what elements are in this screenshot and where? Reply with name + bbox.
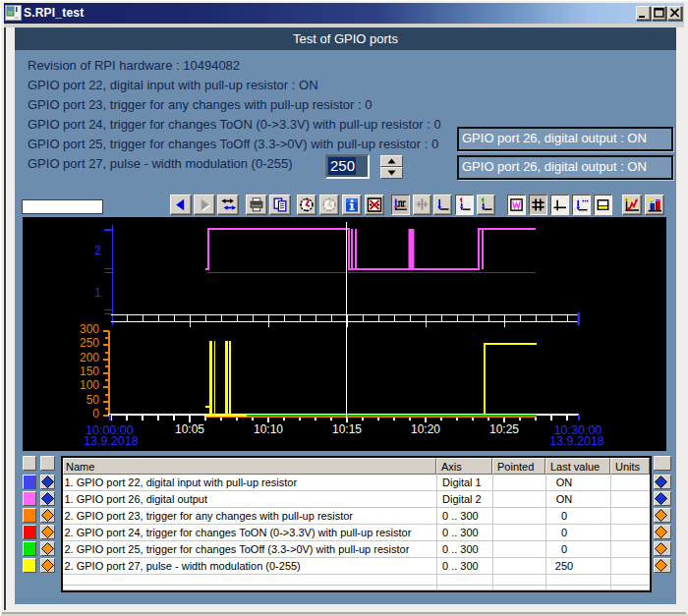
svg-text:10:05: 10:05 [175,422,204,436]
svg-text:50: 50 [86,393,100,407]
svg-text:13.9.2018: 13.9.2018 [549,434,604,448]
svg-text:13.9.2018: 13.9.2018 [84,434,139,448]
svg-text:100: 100 [80,378,99,392]
svg-text:1: 1 [94,286,101,300]
svg-text:10:20: 10:20 [411,422,440,436]
svg-text:250: 250 [80,336,99,350]
svg-text:300: 300 [80,322,99,336]
svg-text:10:25: 10:25 [489,422,519,436]
svg-text:150: 150 [80,364,99,378]
svg-text:0: 0 [92,407,99,420]
svg-text:10:10: 10:10 [254,422,283,436]
svg-text:2: 2 [94,244,101,257]
svg-text:200: 200 [80,351,99,364]
svg-text:10:15: 10:15 [332,422,362,436]
